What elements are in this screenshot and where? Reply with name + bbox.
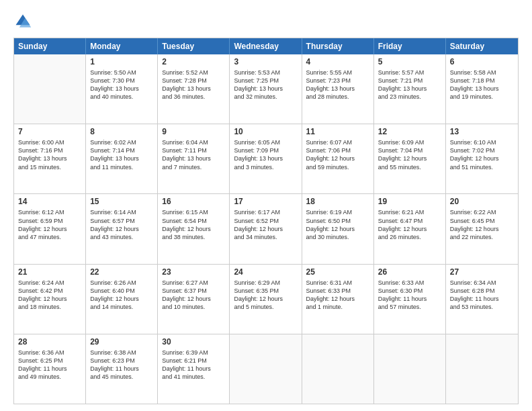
day-number: 10 — [234, 127, 297, 136]
day-number: 26 — [378, 267, 441, 277]
cal-cell: 1Sunrise: 5:50 AMSunset: 7:30 PMDaylight… — [86, 54, 158, 124]
cal-cell: 27Sunrise: 6:34 AMSunset: 6:28 PMDayligh… — [446, 265, 518, 334]
day-number: 30 — [162, 337, 225, 347]
cal-cell: 26Sunrise: 6:33 AMSunset: 6:30 PMDayligh… — [374, 265, 446, 334]
cell-text: Sunrise: 6:38 AMSunset: 6:23 PMDaylight:… — [90, 349, 153, 381]
cell-text: Sunrise: 6:29 AMSunset: 6:35 PMDaylight:… — [234, 279, 297, 312]
cell-text: Sunrise: 6:04 AMSunset: 7:11 PMDaylight:… — [162, 138, 225, 171]
header-day-sunday: Sunday — [14, 38, 86, 54]
cell-text: Sunrise: 6:09 AMSunset: 7:04 PMDaylight:… — [378, 138, 441, 171]
cell-text: Sunrise: 6:05 AMSunset: 7:09 PMDaylight:… — [234, 138, 297, 171]
cell-text: Sunrise: 5:57 AMSunset: 7:21 PMDaylight:… — [378, 68, 441, 101]
cal-cell — [446, 334, 518, 404]
day-number: 9 — [162, 127, 225, 136]
cal-cell: 20Sunrise: 6:22 AMSunset: 6:45 PMDayligh… — [446, 194, 518, 263]
day-number: 13 — [450, 127, 514, 136]
cell-text: Sunrise: 5:53 AMSunset: 7:25 PMDaylight:… — [234, 68, 297, 101]
cell-text: Sunrise: 6:27 AMSunset: 6:37 PMDaylight:… — [162, 279, 225, 312]
header-day-monday: Monday — [86, 38, 158, 54]
day-number: 16 — [162, 197, 225, 206]
cal-cell: 17Sunrise: 6:17 AMSunset: 6:52 PMDayligh… — [230, 194, 302, 263]
cal-cell: 24Sunrise: 6:29 AMSunset: 6:35 PMDayligh… — [230, 265, 302, 334]
logo-icon — [13, 12, 32, 31]
week-row-3: 14Sunrise: 6:12 AMSunset: 6:59 PMDayligh… — [14, 194, 518, 264]
calendar-header: SundayMondayTuesdayWednesdayThursdayFrid… — [14, 38, 518, 54]
day-number: 5 — [378, 57, 441, 66]
week-row-5: 28Sunrise: 6:36 AMSunset: 6:25 PMDayligh… — [14, 334, 518, 404]
day-number: 23 — [162, 267, 225, 277]
cell-text: Sunrise: 6:17 AMSunset: 6:52 PMDaylight:… — [234, 208, 297, 241]
cal-cell: 6Sunrise: 5:58 AMSunset: 7:18 PMDaylight… — [446, 54, 518, 124]
cal-cell: 5Sunrise: 5:57 AMSunset: 7:21 PMDaylight… — [374, 54, 446, 124]
day-number: 3 — [234, 57, 297, 66]
cal-cell: 28Sunrise: 6:36 AMSunset: 6:25 PMDayligh… — [14, 334, 86, 404]
cal-cell — [374, 334, 446, 404]
cell-text: Sunrise: 6:15 AMSunset: 6:54 PMDaylight:… — [162, 208, 225, 241]
cell-text: Sunrise: 5:50 AMSunset: 7:30 PMDaylight:… — [90, 68, 153, 101]
cell-text: Sunrise: 6:14 AMSunset: 6:57 PMDaylight:… — [90, 208, 153, 241]
day-number: 18 — [306, 197, 369, 206]
cell-text: Sunrise: 6:19 AMSunset: 6:50 PMDaylight:… — [306, 208, 369, 241]
cell-text: Sunrise: 6:26 AMSunset: 6:40 PMDaylight:… — [90, 279, 153, 312]
day-number: 25 — [306, 267, 369, 277]
header-day-thursday: Thursday — [302, 38, 374, 54]
day-number: 28 — [18, 337, 81, 347]
cal-cell: 21Sunrise: 6:24 AMSunset: 6:42 PMDayligh… — [14, 265, 86, 334]
cell-text: Sunrise: 6:39 AMSunset: 6:21 PMDaylight:… — [162, 349, 225, 381]
day-number: 4 — [306, 57, 369, 66]
calendar: SundayMondayTuesdayWednesdayThursdayFrid… — [13, 38, 519, 404]
cal-cell — [302, 334, 374, 404]
week-row-1: 1Sunrise: 5:50 AMSunset: 7:30 PMDaylight… — [14, 54, 518, 124]
cell-text: Sunrise: 6:31 AMSunset: 6:33 PMDaylight:… — [306, 279, 369, 312]
day-number: 21 — [18, 267, 81, 277]
cal-cell — [230, 334, 302, 404]
cell-text: Sunrise: 6:07 AMSunset: 7:06 PMDaylight:… — [306, 138, 369, 171]
day-number: 24 — [234, 267, 297, 277]
day-number: 15 — [90, 197, 153, 206]
day-number: 6 — [450, 57, 514, 66]
page: SundayMondayTuesdayWednesdayThursdayFrid… — [0, 0, 532, 411]
cal-cell — [14, 54, 86, 124]
day-number: 29 — [90, 337, 153, 347]
cal-cell: 10Sunrise: 6:05 AMSunset: 7:09 PMDayligh… — [230, 124, 302, 193]
cal-cell: 3Sunrise: 5:53 AMSunset: 7:25 PMDaylight… — [230, 54, 302, 124]
header-day-wednesday: Wednesday — [230, 38, 302, 54]
day-number: 19 — [378, 197, 441, 206]
cal-cell: 9Sunrise: 6:04 AMSunset: 7:11 PMDaylight… — [158, 124, 230, 193]
cal-cell: 7Sunrise: 6:00 AMSunset: 7:16 PMDaylight… — [14, 124, 86, 193]
cal-cell: 23Sunrise: 6:27 AMSunset: 6:37 PMDayligh… — [158, 265, 230, 334]
cell-text: Sunrise: 6:34 AMSunset: 6:28 PMDaylight:… — [450, 279, 514, 312]
day-number: 12 — [378, 127, 441, 136]
cell-text: Sunrise: 5:58 AMSunset: 7:18 PMDaylight:… — [450, 68, 514, 101]
week-row-4: 21Sunrise: 6:24 AMSunset: 6:42 PMDayligh… — [14, 265, 518, 334]
day-number: 11 — [306, 127, 369, 136]
header-day-tuesday: Tuesday — [158, 38, 230, 54]
header-day-friday: Friday — [374, 38, 446, 54]
logo — [13, 12, 35, 31]
cal-cell: 15Sunrise: 6:14 AMSunset: 6:57 PMDayligh… — [86, 194, 158, 263]
cell-text: Sunrise: 6:33 AMSunset: 6:30 PMDaylight:… — [378, 279, 441, 312]
cell-text: Sunrise: 6:10 AMSunset: 7:02 PMDaylight:… — [450, 138, 514, 171]
cell-text: Sunrise: 6:12 AMSunset: 6:59 PMDaylight:… — [18, 208, 81, 241]
cell-text: Sunrise: 6:21 AMSunset: 6:47 PMDaylight:… — [378, 208, 441, 241]
cal-cell: 22Sunrise: 6:26 AMSunset: 6:40 PMDayligh… — [86, 265, 158, 334]
cal-cell: 16Sunrise: 6:15 AMSunset: 6:54 PMDayligh… — [158, 194, 230, 263]
cal-cell: 2Sunrise: 5:52 AMSunset: 7:28 PMDaylight… — [158, 54, 230, 124]
cal-cell: 12Sunrise: 6:09 AMSunset: 7:04 PMDayligh… — [374, 124, 446, 193]
day-number: 27 — [450, 267, 514, 277]
cal-cell: 25Sunrise: 6:31 AMSunset: 6:33 PMDayligh… — [302, 265, 374, 334]
calendar-body: 1Sunrise: 5:50 AMSunset: 7:30 PMDaylight… — [14, 54, 518, 404]
cell-text: Sunrise: 6:24 AMSunset: 6:42 PMDaylight:… — [18, 279, 81, 312]
cal-cell: 11Sunrise: 6:07 AMSunset: 7:06 PMDayligh… — [302, 124, 374, 193]
cell-text: Sunrise: 5:52 AMSunset: 7:28 PMDaylight:… — [162, 68, 225, 101]
day-number: 14 — [18, 197, 81, 206]
cal-cell: 19Sunrise: 6:21 AMSunset: 6:47 PMDayligh… — [374, 194, 446, 263]
cal-cell: 8Sunrise: 6:02 AMSunset: 7:14 PMDaylight… — [86, 124, 158, 193]
week-row-2: 7Sunrise: 6:00 AMSunset: 7:16 PMDaylight… — [14, 124, 518, 194]
day-number: 1 — [90, 57, 153, 66]
header-day-saturday: Saturday — [446, 38, 518, 54]
cal-cell: 29Sunrise: 6:38 AMSunset: 6:23 PMDayligh… — [86, 334, 158, 404]
cell-text: Sunrise: 6:00 AMSunset: 7:16 PMDaylight:… — [18, 138, 81, 171]
cal-cell: 18Sunrise: 6:19 AMSunset: 6:50 PMDayligh… — [302, 194, 374, 263]
cal-cell: 14Sunrise: 6:12 AMSunset: 6:59 PMDayligh… — [14, 194, 86, 263]
